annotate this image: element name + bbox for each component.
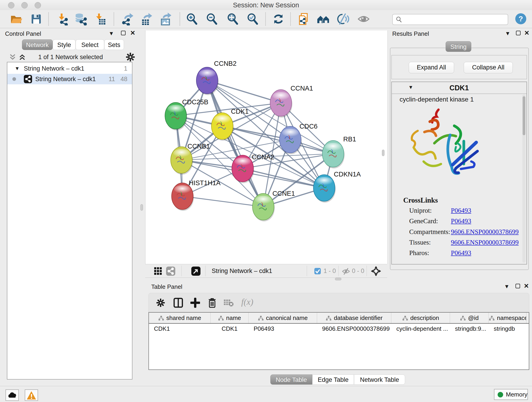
function-builder-icon[interactable]: f(x) (241, 297, 253, 307)
column-header-0[interactable]: shared name (149, 313, 210, 323)
delete-table-icon[interactable] (223, 299, 234, 307)
homes-icon[interactable] (317, 13, 330, 26)
crosslink-link[interactable]: P06493 (451, 249, 471, 257)
toolbar-separator (180, 12, 180, 26)
network-canvas[interactable]: CCNB2CCNA1CDC25BCDK1CDC6RB1CCNB1CCNA2CDK… (145, 31, 388, 264)
table-panel-float-icon[interactable]: ▼ (504, 283, 510, 290)
clone-network-icon[interactable] (297, 13, 310, 26)
results-panel-close-icon[interactable]: ✕ (524, 29, 530, 37)
warning-button[interactable] (25, 389, 38, 401)
cloud-button[interactable] (6, 389, 19, 401)
export-network-icon[interactable] (121, 13, 134, 26)
column-header-2[interactable]: canonical name (249, 313, 317, 323)
crosslink-link[interactable]: P06493 (451, 217, 471, 225)
table-cell[interactable]: CDK1 (149, 324, 210, 334)
zoom-out-icon[interactable] (206, 13, 218, 26)
node-result-header[interactable]: ▼ CDK1 (392, 82, 526, 94)
network-edge[interactable] (243, 168, 324, 188)
control-panel-close-icon[interactable]: ✕ (130, 29, 135, 37)
open-session-icon[interactable] (10, 13, 22, 26)
table-cell[interactable]: cyclin-dependent ... (391, 324, 450, 334)
network-node-RB1[interactable]: RB1 (322, 135, 356, 168)
save-session-icon[interactable] (30, 13, 43, 26)
table-cell[interactable]: CDK1 (210, 324, 249, 334)
network-collection-row[interactable]: ▼ String Network – cdk1 1 (7, 63, 132, 74)
search-input[interactable] (392, 14, 508, 25)
zoom-fit-icon[interactable] (226, 13, 239, 26)
network-node-CCNA1[interactable]: CCNA1 (270, 85, 313, 118)
tab-style[interactable]: Style (53, 39, 76, 50)
collapse-all-icon[interactable] (9, 53, 17, 61)
column-header-4[interactable]: description (391, 313, 450, 323)
table-cell[interactable]: stringdb:9... (450, 324, 489, 334)
left-splitter-handle[interactable] (140, 204, 143, 211)
crosslink-link[interactable]: 9606.ENSP00000378699 (451, 228, 519, 236)
column-header-5[interactable]: @id (450, 313, 489, 323)
tree-expand-icon[interactable]: ▼ (15, 63, 20, 74)
tab-network[interactable]: Network (22, 39, 53, 50)
network-node-CDKN1A[interactable]: CDKN1A (313, 171, 361, 203)
network-edge[interactable] (207, 80, 263, 207)
zoom-selected-icon[interactable] (246, 13, 259, 26)
network-node-CCNB2[interactable]: CCNB2 (196, 60, 236, 95)
delete-column-icon[interactable] (207, 297, 217, 308)
control-panel-undock-icon[interactable] (121, 31, 126, 35)
table-cell[interactable]: 9606.ENSP00000378699 (317, 324, 391, 334)
fit-content-crosshair-icon[interactable] (371, 266, 381, 276)
birdseye-view-icon[interactable] (191, 266, 201, 276)
node-label: CCNA1 (291, 85, 313, 92)
gear-icon[interactable] (126, 52, 135, 62)
right-splitter-handle[interactable] (382, 150, 385, 156)
zoom-in-icon[interactable] (186, 13, 198, 26)
column-header-3[interactable]: database identifier (317, 313, 391, 323)
results-panel-float-icon[interactable]: ▼ (505, 30, 510, 37)
selected-checkbox-icon[interactable] (314, 268, 321, 274)
network-node-HIST1H1A[interactable]: HIST1H1A (172, 179, 221, 211)
memory-button[interactable]: Memory (494, 389, 528, 400)
table-cell[interactable]: P06493 (249, 324, 317, 334)
export-table-icon[interactable] (140, 13, 153, 26)
table-gear-icon[interactable] (156, 298, 165, 307)
eye-icon[interactable] (357, 13, 370, 26)
crosslink-link[interactable]: P06493 (451, 207, 471, 214)
tab-node-table[interactable]: Node Table (270, 375, 312, 385)
show-columns-icon[interactable] (173, 298, 183, 308)
control-panel-float-icon[interactable]: ▼ (109, 30, 114, 37)
network-node-CDC6[interactable]: CDC6 (279, 123, 317, 154)
column-header-6[interactable]: namespace (489, 313, 526, 323)
expand-all-button[interactable]: Expand All (409, 62, 454, 73)
tab-edge-table[interactable]: Edge Table (312, 375, 354, 385)
string-glass-effect-icon[interactable] (336, 13, 349, 26)
column-header-1[interactable]: name (210, 313, 249, 323)
grid-view-icon[interactable] (154, 267, 162, 275)
node-label: CDC6 (299, 123, 317, 130)
table-panel-undock-icon[interactable] (515, 284, 520, 288)
tab-network-table[interactable]: Network Table (354, 375, 405, 385)
table-cell[interactable]: stringdb (489, 324, 526, 334)
network-node-CDC25B[interactable]: CDC25B (165, 98, 208, 130)
network-edge[interactable] (182, 196, 263, 207)
table-panel-close-icon[interactable]: ✕ (524, 282, 529, 290)
results-panel-undock-icon[interactable] (516, 31, 520, 35)
crosslink-link[interactable]: 9606.ENSP00000378699 (451, 239, 519, 246)
network-node-CCNE1[interactable]: CCNE1 (253, 190, 295, 221)
network-row-selected[interactable]: String Network – cdk1 11 48 (7, 74, 132, 84)
add-column-icon[interactable] (190, 298, 200, 308)
import-network-file-icon[interactable] (56, 13, 69, 26)
results-scrollbar[interactable] (522, 95, 526, 263)
hidden-eye-icon[interactable] (342, 267, 350, 275)
table-data-row[interactable]: CDK1CDK1P064939606.ENSP00000378699cyclin… (149, 324, 529, 334)
tab-sets[interactable]: Sets (104, 39, 124, 50)
network-view-icon[interactable] (166, 266, 176, 276)
import-network-database-icon[interactable] (74, 13, 87, 26)
horizontal-splitter-handle[interactable] (335, 278, 341, 280)
tab-string[interactable]: String (446, 41, 471, 52)
collapse-all-button[interactable]: Collapse All (464, 62, 513, 73)
results-panel: Results Panel ▼ ✕ String Expand All Coll… (389, 29, 532, 272)
help-button[interactable]: ? (515, 13, 526, 24)
results-scrollbar-thumb[interactable] (523, 96, 525, 135)
import-table-file-icon[interactable] (94, 13, 106, 26)
export-image-icon[interactable] (159, 13, 172, 26)
tab-select[interactable]: Select (76, 39, 104, 50)
refresh-icon[interactable] (272, 13, 285, 26)
